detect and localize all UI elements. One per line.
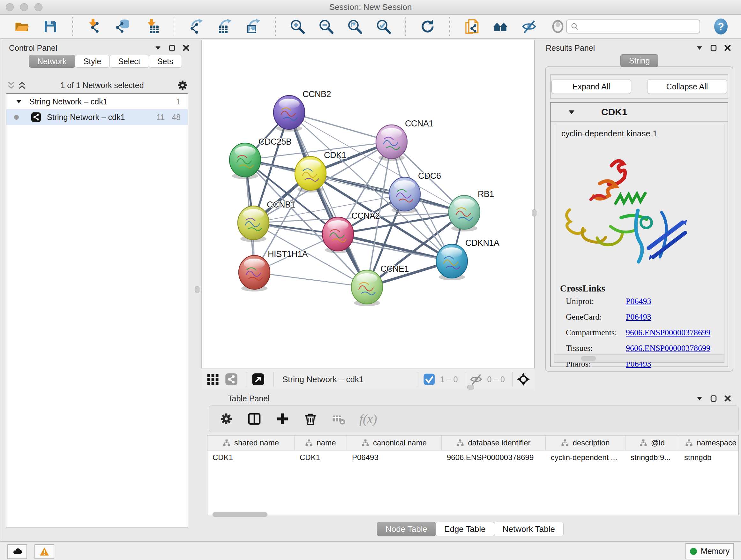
- memory-button[interactable]: Memory: [685, 543, 734, 559]
- zoom-out-icon[interactable]: [318, 18, 334, 35]
- panel-close-icon[interactable]: [724, 44, 731, 52]
- tab-style[interactable]: Style: [75, 55, 110, 68]
- table-scrollbar-thumb[interactable]: [212, 512, 267, 517]
- collection-expand-icon[interactable]: [15, 98, 22, 105]
- share-document-icon[interactable]: [463, 18, 480, 35]
- table-panel-window-buttons: [696, 395, 731, 402]
- refresh-icon[interactable]: [419, 18, 436, 35]
- grid-view-icon[interactable]: [206, 372, 220, 386]
- tab-network[interactable]: Network: [29, 55, 75, 68]
- selected-checkbox-icon[interactable]: [422, 372, 436, 386]
- panel-close-icon[interactable]: [724, 395, 731, 402]
- column-header-description[interactable]: description: [546, 435, 625, 450]
- network-node-HIST1H1A[interactable]: [239, 255, 270, 292]
- warning-button[interactable]: [35, 544, 54, 559]
- show-columns-icon[interactable]: [247, 412, 262, 426]
- open-session-icon[interactable]: [13, 18, 30, 35]
- export-image-icon[interactable]: [245, 18, 262, 35]
- table-cell[interactable]: stringdb:9...: [625, 450, 679, 464]
- import-table-icon[interactable]: [144, 18, 160, 35]
- expand-all-networks-icon[interactable]: [17, 80, 27, 91]
- table-cell[interactable]: cyclin-dependent ...: [546, 450, 625, 464]
- expand-all-button[interactable]: Expand All: [551, 79, 631, 94]
- table-cell[interactable]: stringdb: [679, 450, 739, 464]
- panel-float-icon[interactable]: [168, 44, 176, 52]
- tab-edge-table[interactable]: Edge Table: [435, 522, 494, 537]
- column-header-shared-name[interactable]: shared name: [207, 435, 294, 450]
- right-splitter-handle[interactable]: [532, 209, 536, 216]
- tab-network-table[interactable]: Network Table: [494, 522, 563, 537]
- network-node-CCNE1[interactable]: [351, 270, 383, 306]
- column-header-canonical-name[interactable]: canonical name: [347, 435, 442, 450]
- panel-collapse-icon[interactable]: [696, 395, 703, 402]
- cloud-button[interactable]: [7, 544, 27, 559]
- network-edge[interactable]: [289, 112, 367, 287]
- column-header-database-identifier[interactable]: database identifier: [442, 435, 546, 450]
- tab-sets[interactable]: Sets: [149, 55, 182, 68]
- crosslink-link[interactable]: P06493: [626, 297, 651, 306]
- import-network-icon[interactable]: [86, 18, 103, 35]
- add-column-icon[interactable]: [275, 412, 290, 426]
- horizontal-splitter-handle[interactable]: [467, 385, 474, 389]
- panel-float-icon[interactable]: [710, 395, 718, 402]
- tab-select[interactable]: Select: [110, 55, 149, 68]
- network-row-selected[interactable]: String Network – cdk1 11 48: [6, 109, 188, 125]
- network-node-RB1[interactable]: [449, 195, 480, 232]
- hidden-eye-slash-icon[interactable]: [469, 372, 483, 386]
- network-node-CCNB2[interactable]: [273, 96, 305, 132]
- zoom-in-icon[interactable]: [289, 18, 306, 35]
- show-all-icon[interactable]: [549, 18, 566, 35]
- zoom-selected-icon[interactable]: [375, 18, 392, 35]
- delete-column-trash-icon[interactable]: [303, 412, 318, 426]
- network-edge[interactable]: [254, 272, 367, 287]
- string-home-icon[interactable]: [492, 18, 509, 35]
- crosslink-link[interactable]: P06493: [626, 312, 651, 322]
- zoom-fit-icon[interactable]: [347, 18, 363, 35]
- column-header--id[interactable]: @id: [625, 435, 679, 450]
- table-cell[interactable]: CDK1: [207, 450, 294, 464]
- collapse-all-networks-icon[interactable]: [6, 80, 17, 91]
- network-node-CCNB1[interactable]: [238, 206, 269, 242]
- tab-string[interactable]: String: [620, 54, 658, 67]
- crosslink-link[interactable]: 9606.ENSP00000378699: [626, 344, 711, 353]
- network-node-CDK1[interactable]: [295, 157, 326, 192]
- column-header-name[interactable]: name: [294, 435, 347, 450]
- results-scrollbar-thumb[interactable]: [581, 356, 596, 361]
- network-edge[interactable]: [338, 234, 452, 261]
- network-graph[interactable]: CCNB2CCNA1CDC25BCDK1CDC6RB1CCNB1CCNA2CDK…: [202, 40, 534, 368]
- export-network-icon[interactable]: [188, 18, 204, 35]
- network-options-gear-icon[interactable]: [177, 79, 188, 91]
- panel-float-icon[interactable]: [710, 44, 718, 52]
- table-cell[interactable]: P06493: [347, 450, 442, 464]
- panel-close-icon[interactable]: [182, 44, 190, 52]
- table-cell[interactable]: CDK1: [294, 450, 347, 464]
- tab-node-table[interactable]: Node Table: [377, 522, 436, 537]
- gene-collapse-icon[interactable]: [567, 108, 576, 116]
- network-node-CCNA1[interactable]: [376, 125, 407, 161]
- network-canvas[interactable]: CCNB2CCNA1CDC25BCDK1CDC6RB1CCNB1CCNA2CDK…: [201, 40, 535, 368]
- left-splitter-handle[interactable]: [195, 286, 199, 293]
- hide-selected-icon[interactable]: [521, 18, 537, 35]
- help-button[interactable]: ?: [714, 18, 728, 35]
- crosslink-row: Uniprot:P06493: [566, 297, 720, 306]
- search-input[interactable]: [582, 22, 696, 31]
- import-database-icon[interactable]: [115, 18, 131, 35]
- network-node-CDKN1A[interactable]: [436, 244, 468, 280]
- panel-collapse-icon[interactable]: [154, 44, 162, 52]
- birdseye-view-icon[interactable]: [251, 372, 265, 386]
- collapse-all-button[interactable]: Collapse All: [647, 79, 727, 94]
- gene-header-row[interactable]: CDK1: [551, 103, 728, 122]
- save-session-icon[interactable]: [42, 18, 59, 35]
- table-toolbar: f(x): [209, 406, 739, 432]
- crosslink-link[interactable]: 9606.ENSP00000378699: [626, 328, 711, 337]
- network-node-CDC25B[interactable]: [229, 143, 261, 179]
- export-table-icon[interactable]: [216, 18, 233, 35]
- panel-collapse-icon[interactable]: [696, 44, 703, 52]
- network-collection-row[interactable]: String Network – cdk1 1: [6, 94, 188, 109]
- fit-selected-crosshair-icon[interactable]: [516, 372, 530, 386]
- network-view-share-icon[interactable]: [224, 372, 239, 386]
- table-row[interactable]: CDK1CDK1P064939606.ENSP00000378699cyclin…: [207, 450, 738, 464]
- column-header-namespace[interactable]: namespace: [679, 435, 739, 450]
- table-settings-gear-icon[interactable]: [219, 412, 233, 426]
- table-cell[interactable]: 9606.ENSP00000378699: [442, 450, 546, 464]
